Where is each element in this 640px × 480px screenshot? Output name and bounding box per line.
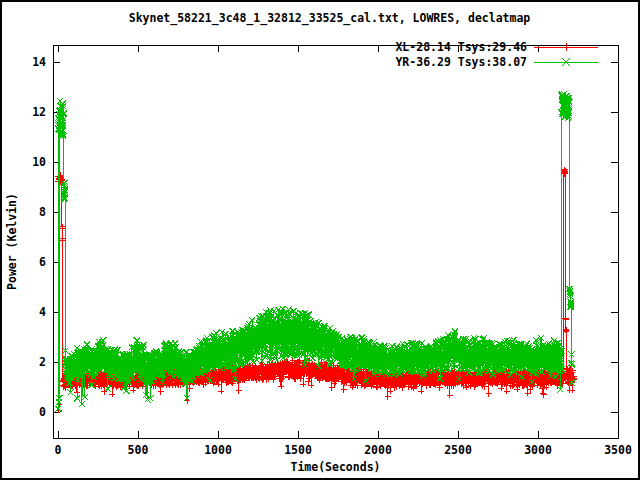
x-tick-label: 1500	[284, 443, 312, 457]
legend-label: XL-28.14 Tsys:29.46	[395, 40, 527, 54]
plot-canvas: 050010001500200025003000350002468101214S…	[2, 2, 638, 478]
x-tick-label: 3000	[524, 443, 552, 457]
x-tick-label: 500	[128, 443, 149, 457]
y-axis-label: Power (Kelvin)	[5, 193, 19, 290]
plus-marker-icon	[562, 43, 570, 51]
x-tick-label: 3500	[604, 443, 632, 457]
y-tick-label: 4	[39, 305, 46, 319]
x-tick-label: 0	[55, 443, 62, 457]
legend-label: YR-36.29 Tsys:38.07	[395, 55, 527, 69]
y-tick-label: 12	[32, 105, 46, 119]
y-tick-label: 6	[39, 255, 46, 269]
legend-entry: YR-36.29 Tsys:38.07	[395, 55, 598, 69]
y-tick-label: 8	[39, 205, 46, 219]
chart-title: Skynet_58221_3c48_1_32812_33525_cal.txt,…	[129, 11, 531, 26]
legend-entry: XL-28.14 Tsys:29.46	[395, 40, 598, 54]
x-tick-label: 2000	[364, 443, 392, 457]
y-tick-label: 14	[32, 55, 46, 69]
y-tick-label: 2	[39, 355, 46, 369]
chart-root: 050010001500200025003000350002468101214S…	[0, 0, 640, 480]
y-tick-label: 10	[32, 155, 46, 169]
legend: XL-28.14 Tsys:29.46YR-36.29 Tsys:38.07	[395, 40, 598, 69]
x-tick-label: 1000	[204, 443, 232, 457]
y-tick-label: 0	[39, 405, 46, 419]
x-axis-label: Time(Seconds)	[290, 460, 380, 474]
x-tick-label: 2500	[444, 443, 472, 457]
